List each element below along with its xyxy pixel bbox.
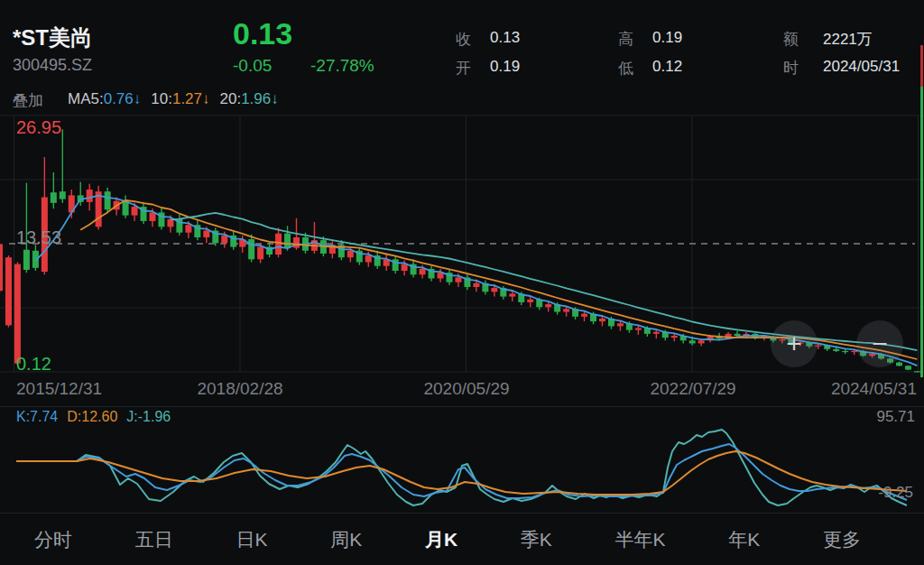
stat-amount-label: 额 (783, 29, 799, 50)
stat-open-label: 开 (456, 58, 471, 79)
date-label: 2018/02/28 (197, 379, 282, 399)
stat-amount-value: 2221万 (823, 29, 873, 50)
date-label: 2022/07/29 (650, 379, 735, 399)
tab-halfyear-k[interactable]: 半年K (615, 527, 666, 552)
stat-time-value: 2024/05/31 (823, 58, 900, 76)
tab-weekly-k[interactable]: 周K (330, 527, 362, 552)
stat-time-label: 时 (783, 58, 799, 79)
kdj-panel-bottom-border (0, 513, 924, 514)
plus-icon: + (786, 329, 802, 359)
tab-yearly-k[interactable]: 年K (728, 527, 760, 552)
ma5-down-arrow-icon: ↓ (134, 90, 142, 107)
overlay-button[interactable]: 叠加 (13, 90, 43, 111)
stat-close-value: 0.13 (490, 29, 520, 47)
stat-open-value: 0.19 (490, 58, 520, 76)
tab-monthly-k[interactable]: 月K (425, 527, 457, 552)
stock-name: *ST美尚 (13, 23, 92, 52)
tab-fiveday[interactable]: 五日 (135, 527, 173, 552)
stat-low-value: 0.12 (652, 58, 682, 76)
kdj-min-label: -9.25 (878, 484, 913, 502)
date-label: 2020/05/29 (423, 379, 509, 399)
price-change-percent: -27.78% (310, 56, 374, 76)
kdj-j-value: J:-1.96 (126, 409, 171, 425)
price-change: -0.05 (233, 56, 272, 76)
ma20-legend: 20:1.96↓ (220, 90, 279, 108)
axis-mid-label: 13.53 (16, 227, 61, 248)
stock-app: *ST美尚 300495.SZ 0.13 -0.05 -27.78% 收 0.1… (0, 0, 924, 565)
stat-close-label: 收 (456, 29, 471, 50)
date-label: 2015/12/31 (16, 379, 102, 399)
tab-minute[interactable]: 分时 (34, 527, 72, 552)
axis-max-label: 26.95 (16, 117, 61, 138)
ma5-legend: MA5:0.76↓ (68, 90, 141, 108)
zoom-in-button[interactable]: + (771, 320, 818, 367)
edge-indicator-red (920, 45, 923, 87)
axis-min-label: 0.12 (16, 354, 51, 375)
edge-indicator-green (920, 87, 923, 377)
date-label: 2024/05/31 (831, 379, 917, 399)
ma20-down-arrow-icon: ↓ (271, 90, 279, 107)
ma10-down-arrow-icon: ↓ (202, 90, 210, 107)
period-tabbar: 分时 五日 日K 周K 月K 季K 半年K 年K 更多 (0, 514, 924, 565)
kdj-legend: K:7.74 D:12.60 J:-1.96 (16, 409, 171, 425)
stock-code: 300495.SZ (13, 56, 92, 75)
tab-quarterly-k[interactable]: 季K (521, 527, 552, 552)
kdj-max-label: 95.71 (876, 408, 915, 426)
kdj-d-value: D:12.60 (67, 409, 117, 425)
current-price: 0.13 (233, 16, 292, 51)
kdj-k-value: K:7.74 (16, 409, 58, 425)
ma10-legend: 10:1.27↓ (151, 90, 209, 108)
ma-legend: MA5:0.76↓ 10:1.27↓ 20:1.96↓ (68, 90, 279, 108)
stat-high-label: 高 (618, 29, 633, 50)
minus-icon: − (872, 329, 888, 359)
tab-more[interactable]: 更多 (823, 527, 861, 552)
tab-daily-k[interactable]: 日K (236, 527, 267, 552)
zoom-out-button[interactable]: − (856, 320, 903, 367)
stat-high-value: 0.19 (652, 29, 682, 47)
stat-low-label: 低 (618, 58, 633, 79)
